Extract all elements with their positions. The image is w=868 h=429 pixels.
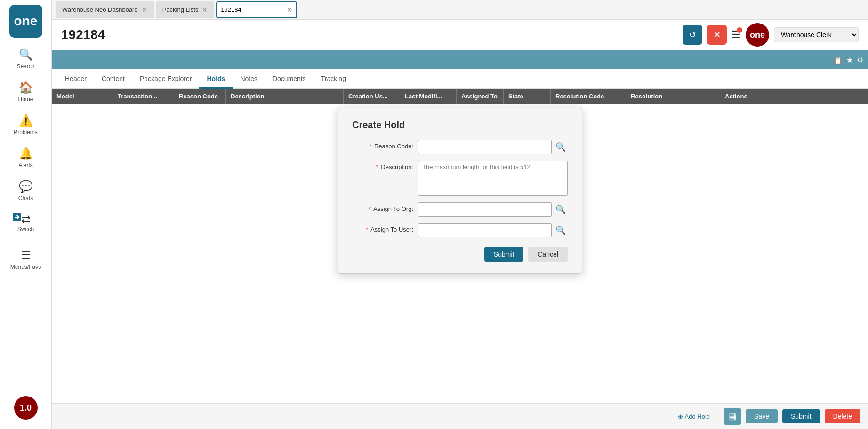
sidebar-item-alerts[interactable]: 🔔 Alerts: [0, 141, 51, 174]
sidebar-item-label: Switch: [17, 226, 34, 233]
description-input[interactable]: [418, 161, 568, 196]
required-star: *: [369, 205, 371, 212]
main-content: Warehouse Neo Dashboard ✕ Packing Lists …: [52, 0, 868, 429]
assign-user-row: * Assign To User: 🔍: [352, 223, 568, 237]
tab-close-record[interactable]: ✕: [287, 6, 292, 14]
tab-navigation: Header Content Package Explorer Holds No…: [52, 69, 868, 89]
star-icon[interactable]: ★: [846, 56, 853, 65]
bottom-bar: ⊕ Add Hold ▦ Save Submit Delete: [52, 403, 868, 429]
tab-close-warehouse[interactable]: ✕: [142, 6, 147, 14]
tab-record-input[interactable]: [221, 6, 287, 13]
required-star: *: [366, 226, 368, 233]
barcode-button[interactable]: ▦: [724, 408, 741, 425]
bell-icon: 🔔: [19, 147, 33, 160]
settings-icon[interactable]: ⚙: [857, 56, 863, 65]
tab-content[interactable]: Content: [94, 70, 132, 89]
user-avatar-header[interactable]: one: [746, 23, 769, 47]
logo-text: one: [14, 14, 38, 29]
description-row: * Description:: [352, 161, 568, 196]
tab-header[interactable]: Header: [57, 70, 94, 89]
reason-code-input[interactable]: [418, 140, 552, 154]
dialog-title: Create Hold: [352, 120, 568, 130]
refresh-button[interactable]: ↺: [683, 25, 702, 45]
home-icon: 🏠: [19, 81, 33, 94]
tab-packing[interactable]: Packing Lists ✕: [156, 1, 215, 18]
assign-org-label: * Assign To Org:: [352, 202, 418, 212]
sidebar-item-chats[interactable]: 💬 Chats: [0, 174, 51, 207]
page-title: 192184: [61, 27, 683, 42]
assign-org-search-button[interactable]: 🔍: [554, 202, 568, 217]
menu-icon: ☰: [21, 249, 31, 262]
save-button[interactable]: Save: [746, 409, 778, 423]
sidebar-item-problems[interactable]: ⚠️ Problems: [0, 108, 51, 141]
header-bar: 192184 ↺ ✕ ☰ one Warehouse Clerk: [52, 20, 868, 50]
add-hold-label: Add Hold: [685, 413, 710, 420]
assign-org-input[interactable]: [418, 202, 552, 217]
submit-button[interactable]: Submit: [782, 409, 820, 423]
tab-label: Packing Lists: [162, 6, 199, 13]
dialog-overlay: Create Hold * Reason Code: 🔍 * Descripti…: [52, 89, 868, 403]
notification-badge: [737, 27, 742, 33]
tab-close-packing[interactable]: ✕: [202, 6, 208, 14]
user-avatar-sidebar[interactable]: 1.0: [14, 396, 38, 420]
tab-holds[interactable]: Holds: [199, 70, 233, 89]
delete-button[interactable]: Delete: [825, 409, 860, 423]
menus-favs-label: Menus/Favs: [10, 264, 41, 270]
dialog-actions: Submit Cancel: [352, 247, 568, 262]
sidebar: one 🔍 Search 🏠 Home ⚠️ Problems 🔔 Alerts…: [0, 0, 52, 429]
assign-org-row: * Assign To Org: 🔍: [352, 202, 568, 217]
avatar-text: 1.0: [20, 403, 32, 413]
switch-icon-wrapper: ⇄: [21, 213, 31, 226]
create-hold-dialog: Create Hold * Reason Code: 🔍 * Descripti…: [338, 108, 582, 274]
sidebar-item-label: Alerts: [18, 162, 33, 169]
sidebar-item-menus[interactable]: ☰ Menus/Favs: [0, 243, 51, 276]
assign-user-input[interactable]: [418, 223, 552, 237]
dialog-submit-button[interactable]: Submit: [484, 247, 524, 262]
required-star: *: [376, 163, 378, 170]
sidebar-logo[interactable]: one: [9, 5, 42, 38]
tab-package-explorer[interactable]: Package Explorer: [132, 70, 200, 89]
toolbar: 📋 ★ ⚙: [52, 50, 868, 69]
search-icon: 🔍: [19, 48, 33, 61]
tab-notes[interactable]: Notes: [233, 70, 265, 89]
tab-label: Warehouse Neo Dashboard: [62, 6, 138, 13]
dialog-cancel-button[interactable]: Cancel: [528, 247, 568, 262]
sidebar-item-search[interactable]: 🔍 Search: [0, 42, 51, 75]
sidebar-item-switch[interactable]: ⇄ Switch: [0, 207, 51, 238]
avatar-text: one: [750, 30, 765, 40]
plus-icon: ⊕: [678, 413, 683, 420]
tab-bar: Warehouse Neo Dashboard ✕ Packing Lists …: [52, 0, 868, 20]
sidebar-item-label: Search: [16, 63, 34, 70]
description-label: * Description:: [352, 161, 418, 170]
sidebar-item-home[interactable]: 🏠 Home: [0, 75, 51, 108]
required-star: *: [369, 143, 371, 150]
tab-documents[interactable]: Documents: [265, 70, 313, 89]
chat-icon: 💬: [19, 180, 33, 193]
table-container: Model Transaction... Reason Code Descrip…: [52, 89, 868, 403]
reason-code-label: * Reason Code:: [352, 140, 418, 150]
close-button[interactable]: ✕: [707, 25, 727, 45]
tab-tracking[interactable]: Tracking: [313, 70, 354, 89]
user-role-select[interactable]: Warehouse Clerk: [774, 27, 859, 42]
switch-badge: [13, 213, 21, 221]
sidebar-item-label: Chats: [18, 195, 33, 202]
copy-icon[interactable]: 📋: [833, 56, 843, 65]
barcode-icon: ▦: [729, 411, 737, 421]
switch-icon: ⇄: [21, 213, 31, 226]
sidebar-item-label: Problems: [14, 129, 38, 136]
assign-user-search-button[interactable]: 🔍: [554, 223, 568, 237]
notifications-icon[interactable]: ☰: [731, 29, 741, 41]
sidebar-item-label: Home: [18, 96, 33, 103]
tab-warehouse[interactable]: Warehouse Neo Dashboard ✕: [56, 1, 154, 18]
header-actions: ↺ ✕ ☰ one Warehouse Clerk: [683, 23, 859, 47]
reason-code-row: * Reason Code: 🔍: [352, 140, 568, 154]
assign-user-label: * Assign To User:: [352, 223, 418, 233]
reason-code-search-button[interactable]: 🔍: [554, 140, 568, 154]
warning-icon: ⚠️: [19, 114, 33, 127]
add-hold-link[interactable]: ⊕ Add Hold: [678, 413, 710, 420]
tab-record-wrapper: ✕: [216, 1, 297, 18]
